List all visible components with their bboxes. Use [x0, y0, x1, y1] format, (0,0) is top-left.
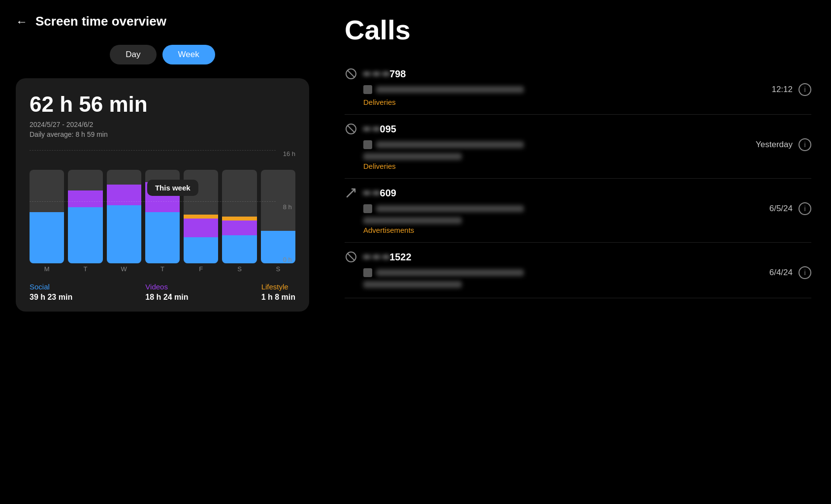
call-item-3: •• •• •• 15226/4/24i	[345, 243, 811, 298]
day-label-1: T	[68, 265, 102, 273]
outgoing-call-icon	[345, 187, 357, 199]
call-blur-line-2	[376, 205, 524, 212]
call-number-3: •• •• •• 1522	[363, 252, 811, 263]
block-icon	[345, 251, 357, 263]
call-meta-row2-2	[363, 217, 811, 224]
legend-videos: Videos 18 h 24 min	[145, 283, 188, 302]
calls-title: Calls	[345, 14, 811, 46]
call-meta-row2-3	[363, 281, 811, 288]
left-panel: ← Screen time overview Day Week 62 h 56 …	[0, 0, 325, 504]
call-blur-line2-1	[363, 153, 462, 160]
call-small-icon-0	[363, 85, 372, 94]
bar-col-M	[30, 160, 64, 263]
call-category-1: Deliveries	[363, 162, 811, 170]
call-item-2: •• •• 6096/5/24iAdvertisements	[345, 179, 811, 243]
legend-lifestyle-label: Lifestyle	[261, 283, 295, 291]
call-item-1: •• •• 095YesterdayiDeliveries	[345, 115, 811, 179]
block-icon	[345, 123, 357, 135]
bar-col-W	[107, 160, 141, 263]
header: ← Screen time overview	[16, 14, 309, 29]
call-top-row-3: •• •• •• 1522	[345, 251, 811, 263]
call-small-icon-2	[363, 204, 372, 213]
legend-social: Social 39 h 23 min	[30, 283, 72, 302]
right-panel: Calls •• •• •• 79812:12iDeliveries•• •• …	[325, 0, 831, 504]
day-label-0: M	[30, 265, 64, 273]
legend-social-value: 39 h 23 min	[30, 293, 72, 302]
day-label-4: F	[184, 265, 218, 273]
total-time: 62 h 56 min	[30, 92, 295, 117]
bars-container	[30, 150, 295, 263]
call-small-icon-3	[363, 268, 372, 277]
call-timestamp-2: 6/5/24	[769, 204, 793, 214]
bar-col-T	[145, 160, 180, 263]
call-blur-line-1	[376, 141, 524, 148]
info-icon-2[interactable]: i	[799, 202, 811, 215]
call-timestamp-0: 12:12	[771, 85, 793, 94]
day-label-6: S	[261, 265, 295, 273]
call-blur-line-3	[376, 269, 524, 276]
call-top-row-2: •• •• 609	[345, 187, 811, 199]
info-icon-1[interactable]: i	[799, 138, 811, 151]
day-label-5: S	[222, 265, 256, 273]
page-title: Screen time overview	[35, 14, 166, 29]
call-top-row-1: •• •• 095	[345, 123, 811, 135]
call-meta-row-1: Yesterdayi	[363, 138, 811, 151]
stats-card: 62 h 56 min 2024/5/27 - 2024/6/2 Daily a…	[16, 78, 309, 312]
daily-average: Daily average: 8 h 59 min	[30, 130, 295, 138]
info-icon-0[interactable]: i	[799, 83, 811, 96]
call-number-0: •• •• •• 798	[363, 68, 811, 80]
day-toggle-button[interactable]: Day	[110, 45, 156, 64]
legend-videos-value: 18 h 24 min	[145, 293, 188, 302]
bar-col-S	[261, 160, 295, 263]
call-category-0: Deliveries	[363, 98, 811, 106]
call-timestamp-3: 6/4/24	[769, 268, 793, 278]
call-blur-line2-2	[363, 217, 462, 224]
legend-social-label: Social	[30, 283, 72, 291]
chart-container: This week 16 h 8 h 0 h	[30, 150, 295, 263]
svg-line-5	[348, 253, 354, 260]
call-timestamp-1: Yesterday	[756, 140, 793, 150]
call-meta-row-3: 6/4/24i	[363, 266, 811, 279]
bar-col-T	[68, 160, 102, 263]
bar-col-S	[222, 160, 256, 263]
call-item-0: •• •• •• 79812:12iDeliveries	[345, 60, 811, 115]
toggle-row: Day Week	[16, 45, 309, 64]
call-small-icon-1	[363, 140, 372, 149]
call-top-row-0: •• •• •• 798	[345, 67, 811, 80]
svg-line-3	[348, 126, 354, 132]
call-category-2: Advertisements	[363, 226, 811, 234]
block-icon	[345, 67, 357, 80]
call-blur-line2-3	[363, 281, 462, 288]
call-meta-row-0: 12:12i	[363, 83, 811, 96]
call-number-2: •• •• 609	[363, 188, 811, 199]
day-labels-row: MTWTFSS	[30, 265, 295, 273]
legend-lifestyle-value: 1 h 8 min	[261, 293, 295, 302]
legend-row: Social 39 h 23 min Videos 18 h 24 min Li…	[30, 283, 295, 302]
week-toggle-button[interactable]: Week	[162, 45, 215, 64]
bar-col-F	[184, 160, 218, 263]
day-label-3: T	[145, 265, 180, 273]
legend-lifestyle: Lifestyle 1 h 8 min	[261, 283, 295, 302]
day-label-2: W	[107, 265, 141, 273]
info-icon-3[interactable]: i	[799, 266, 811, 279]
call-blur-line-0	[376, 86, 524, 93]
call-meta-row2-1	[363, 153, 811, 160]
calls-list: •• •• •• 79812:12iDeliveries•• •• 095Yes…	[345, 60, 811, 298]
svg-line-1	[348, 70, 354, 77]
call-number-1: •• •• 095	[363, 124, 811, 135]
call-meta-row-2: 6/5/24i	[363, 202, 811, 215]
date-range: 2024/5/27 - 2024/6/2	[30, 121, 295, 128]
legend-videos-label: Videos	[145, 283, 188, 291]
back-button[interactable]: ←	[16, 15, 28, 29]
